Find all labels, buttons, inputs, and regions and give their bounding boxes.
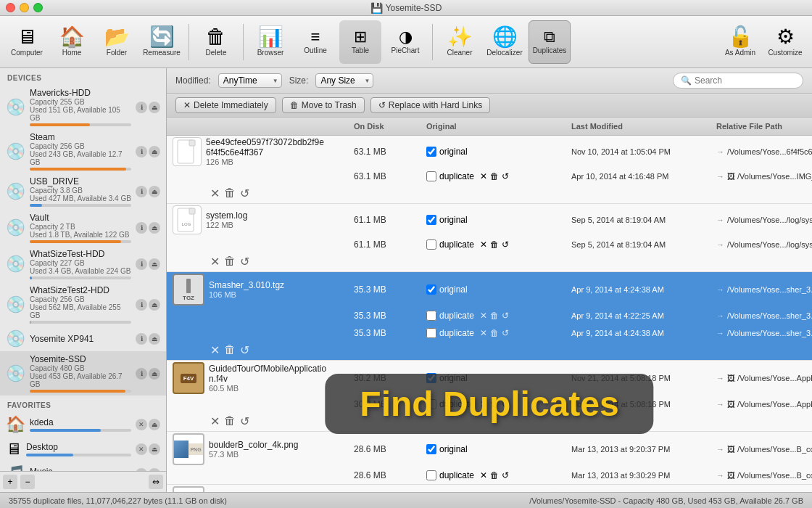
file-row-1-original[interactable]: 5ee49cfee0597f73072bdb2f9e 6f4f5c6e4ff36…	[167, 136, 812, 168]
sidebar-item-yosemite-xp941[interactable]: 💿 Yosemite XP941 ℹ ⏏	[0, 327, 166, 351]
move-to-trash-btn[interactable]: 🗑 Move to Trash	[282, 97, 365, 113]
file-row-3-dup2[interactable]: 35.3 MB duplicate ✕ 🗑 ↺ Apr 9, 2014 at 4…	[167, 324, 812, 342]
desktop-remove-btn[interactable]: ✕	[136, 443, 147, 455]
search-input[interactable]	[695, 75, 796, 86]
toolbar-table-btn[interactable]: ⊞ Table	[339, 20, 381, 64]
steam-info-btn[interactable]: ℹ	[136, 146, 147, 157]
whatsizetest-info-btn[interactable]: ℹ	[136, 258, 147, 270]
sidebar-item-yosemite-ssd[interactable]: 💿 Yosemite-SSD Capacity 480 GB Used 453 …	[0, 351, 166, 396]
toolbar-computer-btn[interactable]: 🖥 Computer	[6, 20, 48, 64]
checkbox-5-dup[interactable]	[426, 470, 436, 480]
toolbar-browser-btn[interactable]: 📊 Browser	[249, 20, 291, 64]
file-row-2-original[interactable]: LOG system.log 122 MB 61.1 MB original	[167, 204, 812, 236]
sidebar-resize-btn[interactable]: ⇔	[149, 475, 163, 489]
gc-delete-1[interactable]: ✕	[210, 187, 220, 200]
trash-icon-2[interactable]: 🗑	[490, 239, 499, 250]
checkbox-3-dup1[interactable]	[426, 311, 436, 321]
gc-refresh-2[interactable]: ↺	[240, 255, 249, 269]
gc-refresh-4[interactable]: ↺	[240, 414, 249, 428]
sidebar-item-whatsizetest2-hdd[interactable]: 💿 WhatSizeTest2-HDD Capacity 256 GB Used…	[0, 282, 166, 327]
delete-icon-3a[interactable]: ✕	[480, 311, 487, 321]
trash-icon-1[interactable]: 🗑	[490, 171, 499, 181]
table-content[interactable]: 5ee49cfee0597f73072bdb2f9e 6f4f5c6e4ff36…	[167, 136, 812, 492]
gc-trash-3[interactable]: 🗑	[224, 343, 236, 357]
vault-info-btn[interactable]: ℹ	[136, 222, 147, 234]
whatsizetest-controls[interactable]: ℹ ⏏	[136, 258, 160, 270]
xp941-controls[interactable]: ℹ ⏏	[136, 333, 160, 345]
gc-delete-3[interactable]: ✕	[210, 343, 220, 357]
trash-icon-3b[interactable]: 🗑	[490, 328, 499, 338]
sidebar-item-usb-drive[interactable]: 💿 USB_DRIVE Capacity 3.8 GB Used 427 MB,…	[0, 173, 166, 210]
desktop-eject-btn[interactable]: ⏏	[149, 443, 160, 455]
search-box[interactable]: 🔍	[673, 73, 803, 89]
sidebar-item-mavericks-hdd[interactable]: 💿 Mavericks-HDD Capacity 255 GB Used 151…	[0, 85, 166, 129]
checkbox-2-orig[interactable]	[426, 215, 436, 225]
sidebar-scroller[interactable]: DEVICES 💿 Mavericks-HDD Capacity 255 GB …	[0, 68, 166, 471]
file-row-1-duplicate[interactable]: 63.1 MB duplicate ✕ 🗑 ↺ Apr 10, 2014 at …	[167, 168, 812, 185]
toolbar-delocalizer-btn[interactable]: 🌐 Delocalizer	[484, 20, 526, 64]
toolbar-remeasure-btn[interactable]: 🔄 Remeasure	[141, 20, 183, 64]
close-button[interactable]	[6, 3, 15, 12]
delete-immediately-btn[interactable]: ✕ Delete Immediately	[175, 97, 276, 113]
toolbar-outline-btn[interactable]: ≡ Outline	[294, 20, 336, 64]
kdeda-controls[interactable]: ✕ ⏏	[136, 419, 160, 430]
gc-refresh-3[interactable]: ↺	[240, 343, 249, 357]
maximize-button[interactable]	[33, 3, 43, 12]
trash-icon-5[interactable]: 🗑	[490, 470, 499, 480]
mavericks-info-btn[interactable]: ℹ	[136, 102, 147, 113]
file-row-3-original[interactable]: TGZ Smasher_3.010.tgz 106 MB 35.3 MB ori…	[167, 272, 812, 307]
xp941-info-btn[interactable]: ℹ	[136, 333, 147, 345]
sidebar-item-whatsizetest-hdd[interactable]: 💿 WhatSizeTest-HDD Capacity 227 GB Used …	[0, 246, 166, 282]
modified-select[interactable]: AnyTime Today This Week This Month This …	[218, 73, 282, 88]
whatsizetest-eject-btn[interactable]: ⏏	[149, 258, 160, 270]
file-row-6-original[interactable]: PNG 701_boulderA_color_4k.png 49.3 MB 24…	[167, 485, 812, 492]
whatsizetest2-controls[interactable]: ℹ ⏏	[136, 299, 160, 311]
size-select-wrapper[interactable]: Any Size > 1 MB > 10 MB > 100 MB > 1 GB	[315, 73, 373, 88]
gc-delete-2[interactable]: ✕	[210, 255, 220, 269]
ssd-controls[interactable]: ℹ ⏏	[136, 368, 160, 380]
minimize-button[interactable]	[20, 3, 29, 12]
checkbox-5-orig[interactable]	[426, 444, 436, 454]
toolbar-duplicates-btn[interactable]: ⧉ Duplicates	[529, 20, 571, 64]
toolbar-as-admin-btn[interactable]: 🔓 As Admin	[719, 20, 761, 64]
mavericks-eject-btn[interactable]: ⏏	[149, 102, 160, 113]
steam-eject-btn[interactable]: ⏏	[149, 146, 160, 157]
refresh-icon-1[interactable]: ↺	[502, 171, 509, 181]
file-row-5-original[interactable]: PNG boulderB_color_4k.png 57.3 MB 28.6 M…	[167, 432, 812, 467]
refresh-icon-2[interactable]: ↺	[502, 239, 509, 250]
sidebar-item-vault[interactable]: 💿 Vault Capacity 2 TB Used 1.8 TB, Avail…	[0, 210, 166, 246]
gc-delete-4[interactable]: ✕	[210, 414, 220, 428]
replace-hard-links-btn[interactable]: ↺ Replace with Hard Links	[370, 97, 490, 113]
sidebar-item-desktop[interactable]: 🖥 Desktop ✕ ⏏	[0, 437, 166, 462]
trash-icon-3a[interactable]: 🗑	[490, 311, 499, 321]
steam-controls[interactable]: ℹ ⏏	[136, 146, 160, 157]
usb-controls[interactable]: ℹ ⏏	[136, 186, 160, 197]
refresh-icon-5[interactable]: ↺	[502, 470, 509, 480]
sidebar-item-music[interactable]: 🎵 Music ✕ ⏏	[0, 462, 166, 471]
refresh-icon-3b[interactable]: ↺	[502, 328, 509, 338]
gc-trash-2[interactable]: 🗑	[224, 255, 236, 269]
checkbox-1-orig[interactable]	[426, 147, 436, 157]
file-row-5-duplicate[interactable]: 28.6 MB duplicate ✕ 🗑 ↺ Mar 13, 2013 at …	[167, 467, 812, 484]
kdeda-remove-btn[interactable]: ✕	[136, 419, 147, 430]
delete-icon-2[interactable]: ✕	[480, 239, 487, 250]
sidebar-item-steam[interactable]: 💿 Steam Capacity 256 GB Used 243 GB, Ava…	[0, 129, 166, 173]
checkbox-3-orig[interactable]	[426, 284, 436, 295]
gc-trash-4[interactable]: 🗑	[224, 414, 236, 428]
gc-trash-1[interactable]: 🗑	[224, 187, 236, 200]
mavericks-controls[interactable]: ℹ ⏏	[136, 102, 160, 113]
whatsizetest2-info-btn[interactable]: ℹ	[136, 299, 147, 311]
sidebar-item-kdeda[interactable]: 🏠 kdeda ✕ ⏏	[0, 412, 166, 437]
gc-refresh-1[interactable]: ↺	[240, 187, 249, 200]
file-row-3-dup1[interactable]: 35.3 MB duplicate ✕ 🗑 ↺ Apr 9, 2014 at 4…	[167, 307, 812, 324]
checkbox-3-dup2[interactable]	[426, 328, 436, 338]
delete-icon-3b[interactable]: ✕	[480, 328, 487, 338]
modified-select-wrapper[interactable]: AnyTime Today This Week This Month This …	[218, 73, 282, 88]
refresh-icon-3a[interactable]: ↺	[502, 311, 509, 321]
delete-icon-1[interactable]: ✕	[480, 171, 487, 181]
usb-eject-btn[interactable]: ⏏	[149, 186, 160, 197]
desktop-controls[interactable]: ✕ ⏏	[136, 443, 160, 455]
ssd-info-btn[interactable]: ℹ	[136, 368, 147, 380]
toolbar-piechart-btn[interactable]: ◑ PieChart	[384, 20, 426, 64]
checkbox-1-dup[interactable]	[426, 171, 436, 181]
